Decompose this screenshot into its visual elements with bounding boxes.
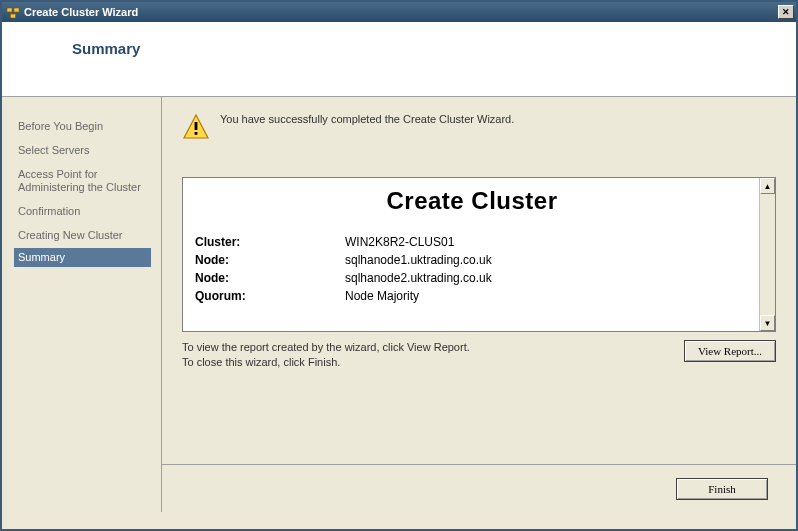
report-key: Node: <box>195 269 345 287</box>
report-scrollbar[interactable]: ▲ ▼ <box>759 178 775 331</box>
wizard-steps-sidebar: Before You Begin Select Servers Access P… <box>2 97 162 512</box>
title-bar: Create Cluster Wizard ✕ <box>2 2 796 22</box>
svg-rect-7 <box>195 132 198 135</box>
hint-text: To view the report created by the wizard… <box>182 340 674 370</box>
scroll-down-button[interactable]: ▼ <box>760 315 775 331</box>
svg-rect-6 <box>195 122 198 130</box>
report-value: sqlhanode1.uktrading.co.uk <box>345 251 749 269</box>
report-pane: Create Cluster Cluster: WIN2K8R2-CLUS01 … <box>182 177 776 332</box>
svg-rect-0 <box>7 8 12 12</box>
step-creating-new-cluster[interactable]: Creating New Cluster <box>16 224 151 248</box>
window-title: Create Cluster Wizard <box>24 6 778 18</box>
report-key: Cluster: <box>195 233 345 251</box>
warning-icon <box>182 113 210 141</box>
report-value: sqlhanode2.uktrading.co.uk <box>345 269 749 287</box>
step-before-you-begin[interactable]: Before You Begin <box>16 115 151 139</box>
svg-rect-1 <box>14 8 19 12</box>
report-key: Quorum: <box>195 287 345 305</box>
scroll-up-button[interactable]: ▲ <box>760 178 775 194</box>
finish-button[interactable]: Finish <box>676 478 768 500</box>
hint-line-2: To close this wizard, click Finish. <box>182 355 674 370</box>
app-icon <box>6 5 20 19</box>
report-value: Node Majority <box>345 287 749 305</box>
success-message: You have successfully completed the Crea… <box>220 111 514 125</box>
report-title: Create Cluster <box>195 187 749 215</box>
svg-rect-2 <box>11 14 16 18</box>
report-key: Node: <box>195 251 345 269</box>
report-value: WIN2K8R2-CLUS01 <box>345 233 749 251</box>
report-row: Quorum: Node Majority <box>195 287 749 305</box>
step-confirmation[interactable]: Confirmation <box>16 200 151 224</box>
step-summary[interactable]: Summary <box>14 248 151 268</box>
page-title: Summary <box>72 40 796 57</box>
report-row: Node: sqlhanode2.uktrading.co.uk <box>195 269 749 287</box>
step-access-point[interactable]: Access Point for Administering the Clust… <box>16 163 151 201</box>
step-select-servers[interactable]: Select Servers <box>16 139 151 163</box>
close-button[interactable]: ✕ <box>778 5 794 19</box>
svg-line-3 <box>10 12 14 14</box>
svg-line-4 <box>13 12 17 14</box>
report-row: Node: sqlhanode1.uktrading.co.uk <box>195 251 749 269</box>
wizard-header: Summary <box>2 22 796 97</box>
hint-line-1: To view the report created by the wizard… <box>182 340 674 355</box>
view-report-button[interactable]: View Report... <box>684 340 776 362</box>
report-row: Cluster: WIN2K8R2-CLUS01 <box>195 233 749 251</box>
